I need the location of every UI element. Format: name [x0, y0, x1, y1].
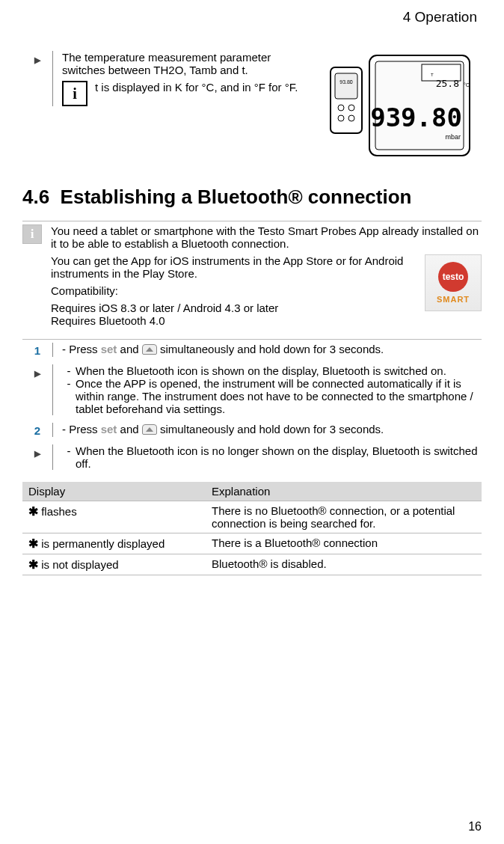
step-1-result-a: When the Bluetooth icon is shown on the …: [76, 364, 479, 377]
app-badge-label: SMART: [437, 295, 470, 304]
svg-point-6: [348, 115, 354, 121]
table-row: ✱ flashes There is no Bluetooth® connect…: [22, 501, 482, 533]
result-marker-icon: ▶: [34, 446, 40, 459]
step-1-instruction: - Press set and simultaneously and hold …: [62, 343, 482, 355]
svg-text:T: T: [431, 73, 434, 77]
info-icon: i: [22, 224, 42, 244]
bluetooth-icon: ✱: [28, 558, 38, 571]
step-number-2: 2: [22, 423, 52, 437]
set-button-label: set: [101, 423, 117, 435]
top-paragraph: The temperature measurement parameter sw…: [62, 51, 307, 76]
app-badge: testo SMART: [425, 254, 482, 311]
step-2-result-a: When the Bluetooth icon is no longer sho…: [76, 444, 479, 470]
svg-point-3: [338, 105, 344, 111]
info-paragraph-2: You can get the App for iOS instruments …: [51, 254, 482, 280]
svg-point-5: [338, 115, 344, 121]
svg-text:939.80: 939.80: [370, 103, 462, 132]
bluetooth-status-table: Display Explanation ✱ flashes There is n…: [22, 482, 482, 575]
info-icon: i: [62, 81, 87, 106]
compatibility-label: Compatibility:: [51, 284, 482, 297]
table-row: ✱ is permanently displayed There is a Bl…: [22, 533, 482, 554]
section-title: Establishing a Bluetooth® connection: [61, 186, 412, 208]
req-line-1: Requires iOS 8.3 or later / Android 4.3 …: [51, 302, 278, 314]
mode-button-icon: [142, 424, 157, 435]
svg-text:mbar: mbar: [445, 133, 461, 141]
svg-point-4: [348, 105, 354, 111]
mode-button-icon: [142, 344, 157, 355]
info-paragraph-1: You need a tablet or smartphone with the…: [51, 224, 482, 250]
svg-text:93.80: 93.80: [339, 79, 353, 85]
svg-text:°C: °C: [464, 82, 470, 88]
step-number-1: 1: [22, 343, 52, 357]
result-marker-icon: ▶: [34, 366, 40, 379]
device-illustration: 93.80 T 25.8 °C 939.80 mbar: [325, 48, 474, 168]
page-number: 16: [468, 820, 482, 834]
step-1-result-b: Once the APP is opened, the instrument w…: [76, 377, 479, 415]
svg-text:25.8: 25.8: [436, 78, 459, 89]
step-2-instruction: - Press set and simultaneously and hold …: [62, 423, 482, 435]
table-header-explanation: Explanation: [206, 482, 482, 501]
section-heading: 4.6 Establishing a Bluetooth® connection: [22, 186, 482, 209]
set-button-label: set: [101, 343, 117, 355]
result-marker-icon: ▶: [34, 52, 40, 65]
chapter-header: 4 Operation: [22, 9, 482, 25]
top-note: t is displayed in K for °C, and in °F fo…: [95, 81, 298, 94]
bluetooth-icon: ✱: [28, 505, 38, 518]
svg-rect-1: [335, 73, 357, 99]
section-number: 4.6: [22, 186, 49, 208]
table-header-display: Display: [22, 482, 206, 501]
app-badge-brand: testo: [438, 262, 468, 292]
bluetooth-icon: ✱: [28, 537, 38, 550]
req-line-2: Requires Bluetooth 4.0: [51, 314, 165, 327]
table-row: ✱ is not displayed Bluetooth® is disable…: [22, 554, 482, 575]
